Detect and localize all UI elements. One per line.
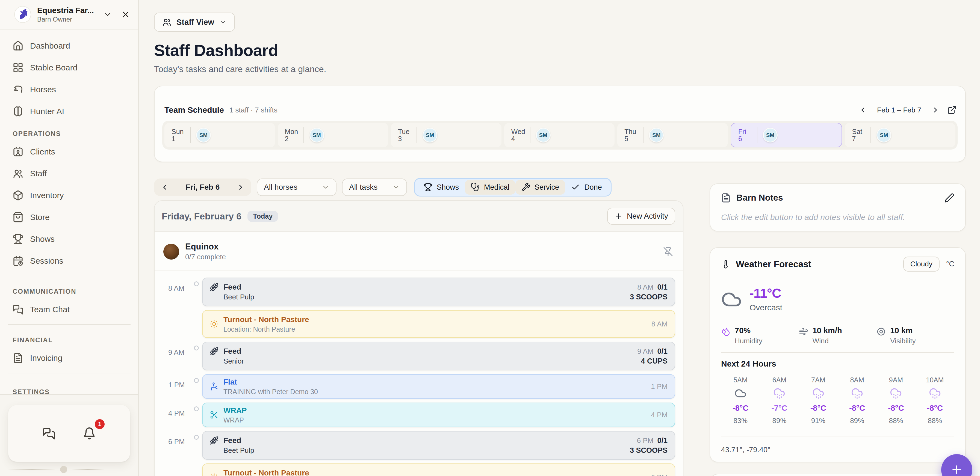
task-time: 6 PM	[651, 473, 668, 476]
task-card-turnout[interactable]: Turnout - North PastureLocation: North P…	[202, 310, 675, 338]
sidebar-item-label: Hunter AI	[30, 107, 64, 116]
staff-avatar[interactable]: SM	[649, 128, 664, 143]
task-subtitle: Beet Pulp	[223, 446, 254, 455]
timeline-slot: 4 PM WRAPWRAP 4 PM	[154, 403, 675, 427]
sidebar-item-shows[interactable]: Shows	[0, 228, 138, 250]
current-temp: -11°C	[749, 286, 782, 301]
task-time: 8 AM	[651, 320, 668, 328]
filter-chip-done[interactable]: Done	[565, 180, 608, 195]
staff-avatar[interactable]: SM	[196, 128, 211, 143]
task-filter-value: All tasks	[349, 183, 377, 192]
task-card-turnout[interactable]: Turnout - North PastureLocation: North P…	[202, 463, 675, 476]
day-cell-wed[interactable]: Wed4SM	[504, 123, 615, 148]
horse-filter-select[interactable]: All horses	[257, 179, 337, 196]
sidebar-section-operations: OPERATIONS	[0, 122, 138, 141]
task-time: 9 AM	[637, 347, 653, 355]
filter-chip-medical[interactable]: Medical	[465, 180, 515, 195]
chevron-right-icon[interactable]	[931, 106, 940, 114]
chat-icon[interactable]	[42, 427, 56, 440]
chevron-right-icon[interactable]	[237, 183, 245, 191]
sidebar-item-team-chat[interactable]: Team Chat	[0, 298, 138, 321]
chevron-down-icon[interactable]	[103, 10, 112, 19]
task-card-feed[interactable]: Feed 6 PM0/1 Beet Pulp 3 SCOOPS	[202, 431, 675, 460]
wheat-icon	[210, 436, 218, 445]
sidebar-item-label: Inventory	[30, 191, 64, 200]
sidebar-item-hunter-ai[interactable]: Hunter AI	[0, 100, 138, 122]
cloud-drizzle-icon	[890, 387, 902, 399]
sidebar-item-store[interactable]: Store	[0, 206, 138, 228]
task-card-wrap[interactable]: WRAPWRAP 4 PM	[202, 403, 675, 427]
sidebar-item-inventory[interactable]: Inventory	[0, 184, 138, 206]
wheat-icon	[210, 283, 218, 292]
close-icon[interactable]	[121, 10, 130, 19]
task-title: Turnout - North Pasture	[223, 315, 651, 324]
sidebar-item-label: Sessions	[30, 256, 64, 266]
hour-forecast: 8AM -8°C 89%	[838, 376, 877, 425]
unit-label[interactable]: °C	[946, 260, 955, 268]
staff-avatar[interactable]: SM	[536, 128, 550, 143]
task-title: Feed	[223, 282, 241, 292]
date-label[interactable]: Fri, Feb 6	[186, 183, 220, 192]
divider	[8, 276, 130, 276]
staff-avatar[interactable]: SM	[763, 128, 778, 143]
task-subtitle: Senior	[223, 357, 244, 365]
pin-off-icon[interactable]	[663, 247, 673, 257]
file-text-icon	[13, 353, 24, 363]
hour-forecast: 9AM -8°C 88%	[877, 376, 915, 425]
trophy-icon	[424, 183, 433, 192]
sidebar-item-stable-board[interactable]: Stable Board	[0, 57, 138, 79]
timeline-dot	[194, 435, 199, 440]
wrench-icon	[522, 183, 530, 192]
day-cell-thu[interactable]: Thu5SM	[617, 123, 728, 148]
hourly-forecast: 5AM -8°C 83% 6AM -7°C 89% 7AM	[721, 376, 955, 425]
external-link-icon[interactable]	[947, 105, 956, 115]
sidebar-item-invoicing[interactable]: Invoicing	[0, 347, 138, 369]
task-card-training[interactable]: FlatTRAINING with Peter Demo 30 1 PM	[202, 374, 675, 399]
day-cell-fri-selected[interactable]: Fri6SM	[731, 123, 842, 148]
layout-grid-icon	[13, 62, 24, 73]
cloud-drizzle-icon	[851, 387, 863, 399]
filter-chip-service[interactable]: Service	[515, 180, 565, 195]
barn-notes-placeholder: Click the edit button to add notes visib…	[721, 213, 955, 222]
team-schedule-summary: 1 staff · 7 shifts	[229, 106, 277, 114]
task-card-feed[interactable]: Feed 9 AM0/1 Senior 4 CUPS	[202, 342, 675, 370]
sidebar-item-sessions[interactable]: Sessions	[0, 250, 138, 272]
staff-avatar[interactable]: SM	[877, 128, 891, 143]
org-name: Equestria Far...	[37, 6, 97, 15]
stat-label: Visibility	[890, 337, 916, 345]
sidebar-item-dashboard[interactable]: Dashboard	[0, 35, 138, 57]
sidebar-section-financial: FINANCIAL	[0, 328, 138, 347]
notification-badge: 1	[95, 419, 105, 429]
sidebar-item-staff[interactable]: Staff	[0, 163, 138, 184]
hour-forecast: 5AM -8°C 83%	[721, 376, 760, 425]
sidebar-item-horses[interactable]: Horses	[0, 79, 138, 100]
edit-pencil-icon[interactable]	[945, 193, 955, 203]
notifications-button[interactable]: 1	[83, 427, 96, 440]
day-cell-tue[interactable]: Tue3SM	[391, 123, 501, 148]
slot-time-label	[154, 310, 192, 338]
chevron-left-icon[interactable]	[161, 183, 169, 191]
day-cell-sat[interactable]: Sat7SM	[845, 123, 955, 148]
filter-chip-shows[interactable]: Shows	[418, 180, 465, 195]
sidebar-header: Equestria Far... Barn Owner	[0, 0, 138, 30]
day-card-header: Friday, February 6 Today New Activity	[154, 201, 683, 232]
cloud-icon	[735, 387, 746, 399]
sidebar-item-label: Invoicing	[30, 354, 62, 363]
task-card-feed[interactable]: Feed 8 AM0/1 Beet Pulp 3 SCOOPS	[202, 278, 675, 306]
task-filter-select[interactable]: All tasks	[342, 179, 407, 196]
sidebar-item-clients[interactable]: Clients	[0, 141, 138, 163]
timeline-slot: 6 PM Feed 6 PM0/1 Beet Pulp 3 SCOOPS	[154, 431, 675, 460]
staff-avatar[interactable]: SM	[423, 128, 437, 143]
resize-handle[interactable]	[0, 466, 138, 473]
new-activity-button[interactable]: New Activity	[607, 208, 675, 225]
sidebar-item-label: Team Chat	[30, 305, 70, 314]
day-cell-sun[interactable]: Sun1SM	[164, 123, 275, 148]
messages-square-icon	[13, 304, 24, 315]
view-switcher-button[interactable]: Staff View	[154, 13, 235, 32]
day-cell-mon[interactable]: Mon2SM	[278, 123, 388, 148]
timeline-slot: Turnout - North PastureLocation: North P…	[154, 463, 675, 476]
staff-avatar[interactable]: SM	[309, 128, 324, 143]
slot-time-label: 8 AM	[154, 278, 192, 306]
hour-forecast: 6AM -7°C 89%	[760, 376, 799, 425]
chevron-left-icon[interactable]	[859, 106, 867, 114]
